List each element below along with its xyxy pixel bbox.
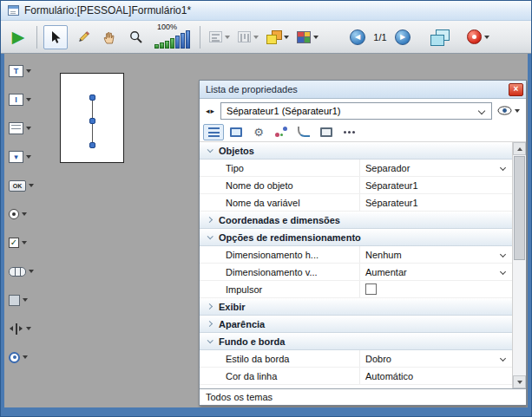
distribute-tools-dropdown[interactable] [235,25,261,49]
tool-oval-button[interactable] [4,347,36,368]
property-row-nome-variavel: Nome da variável Séparateur1 [200,194,512,212]
tool-buttonbar-button[interactable] [4,261,36,282]
chevron-down-icon [207,233,213,239]
selection-handle-middle[interactable] [89,118,95,124]
tool-rectangle-button[interactable] [4,290,36,310]
tool-input-button[interactable]: I [4,89,36,110]
tool-pushbutton-button[interactable]: OK [4,175,36,196]
display-tab[interactable] [226,124,246,140]
close-icon: × [514,84,519,94]
align-tools-dropdown[interactable] [207,25,233,49]
section-title: Exibir [219,302,246,312]
settings-tab[interactable]: ⚙ [248,124,269,140]
zoom-bar[interactable] [160,42,164,49]
execute-form-button[interactable]: ▶ [6,25,30,49]
section-aparencia[interactable]: Aparência [200,316,512,333]
next-page-button[interactable]: ▶ [395,29,410,45]
previous-page-button[interactable]: ◀ [350,29,365,45]
zoom-bar[interactable] [175,36,180,49]
tool-text-button[interactable]: T [4,61,36,81]
section-objetos[interactable]: Objetos [200,142,512,160]
dropdown-arrow-icon [26,69,31,73]
impulsor-cell [359,281,512,297]
layers-dropdown[interactable] [264,25,292,49]
dropdown-arrow-icon [225,36,230,39]
tool-combobox-button[interactable]: ▾ [4,147,36,167]
editor-body: T I ▾ OK ✓ [4,54,528,407]
panel-scrollbar[interactable] [512,142,526,388]
zoom-bar[interactable] [186,30,190,49]
colors-dropdown[interactable] [294,25,321,49]
scroll-down-button[interactable] [513,375,526,388]
property-label: Tipo [200,160,359,176]
tool-radio-button[interactable] [4,204,36,225]
chevron-right-icon [207,217,213,223]
hand-tool-button[interactable] [97,25,122,49]
dimensionamento-h-select[interactable]: Nenhum [359,246,512,263]
zoom-bar[interactable] [181,33,185,49]
next-object-icon: ▸ [211,107,216,115]
view-options-button[interactable] [496,106,522,115]
property-label: Impulsor [200,281,359,297]
zoom-level-control[interactable]: 100% [151,23,194,52]
section-coordenadas[interactable]: Coordenadas e dimensões [200,212,512,229]
property-list-panel: Lista de propriedades × ◂▸ Séparateur1 (… [199,80,527,406]
zoom-bar[interactable] [165,41,169,49]
scrollbar-thumb[interactable] [514,156,525,260]
dropdown-arrow-icon [29,270,34,273]
tool-checkbox-button[interactable]: ✓ [4,232,36,253]
close-button[interactable]: × [509,83,523,96]
tool-listbox-button[interactable] [4,118,36,139]
nome-variavel-field[interactable]: Séparateur1 [359,194,512,211]
nome-variavel-value: Séparateur1 [365,198,418,208]
object-selector-dropdown[interactable]: Séparateur1 (Séparateur1) [220,102,492,120]
tool-splitter-button[interactable] [4,318,36,339]
theme-list-tab[interactable] [203,124,224,140]
curve-icon [298,127,310,137]
form-window-icon [8,5,19,16]
panel-titlebar[interactable]: Lista de propriedades × [200,81,526,99]
impulsor-checkbox[interactable] [365,283,377,295]
scroll-up-button[interactable] [513,142,526,155]
chevron-right-icon [207,321,213,327]
section-fundo-borda[interactable]: Fundo e borda [200,333,512,350]
dimensionamento-v-select[interactable]: Aumentar [359,264,512,280]
dropdown-arrow-icon [26,327,31,330]
zoom-bar[interactable] [154,44,159,49]
form-page[interactable] [60,73,124,163]
magnifier-icon [129,30,143,44]
dropdown-arrow-icon [26,155,31,159]
dimensionamento-h-value: Nenhum [365,250,402,260]
nodes-icon [275,127,287,137]
section-redimensionamento[interactable]: Opções de redimensionamento [200,229,512,246]
splitter-icon [9,323,23,335]
radio-button-icon [9,209,19,219]
cor-linha-field[interactable]: Automático [359,368,512,384]
nome-objeto-field[interactable]: Séparateur1 [359,177,512,193]
property-label: Estilo da borda [200,350,359,367]
chart-tab[interactable] [293,124,314,140]
tipo-select[interactable]: Separador [359,160,512,176]
pencil-tool-button[interactable] [70,25,95,49]
pointer-tool-button[interactable] [43,25,68,49]
eye-icon [497,106,512,115]
color-grid-icon [297,31,311,43]
red-circle-dropdown[interactable] [464,25,492,49]
screen-tab[interactable] [316,124,337,140]
section-exibir[interactable]: Exibir [200,298,512,316]
section-title: Aparência [219,319,265,329]
windows-list-button[interactable] [427,25,451,49]
more-options-button[interactable] [338,124,359,140]
distribute-icon [238,31,251,42]
panel-footer: Todos os temas [200,388,526,405]
dropdown-arrow-icon [26,98,31,101]
zoom-tool-button[interactable] [124,25,148,49]
selection-handle-bottom[interactable] [89,142,95,148]
selection-handle-top[interactable] [89,94,95,101]
zoom-bar[interactable] [170,38,174,49]
object-prev-next-button[interactable]: ◂▸ [204,106,217,116]
window-titlebar[interactable]: Formulário:[PESSOAL]Formulário1* [1,1,531,21]
events-tab[interactable] [271,124,292,140]
scrollbar-track[interactable] [513,155,526,375]
estilo-borda-select[interactable]: Dobro [359,350,512,367]
